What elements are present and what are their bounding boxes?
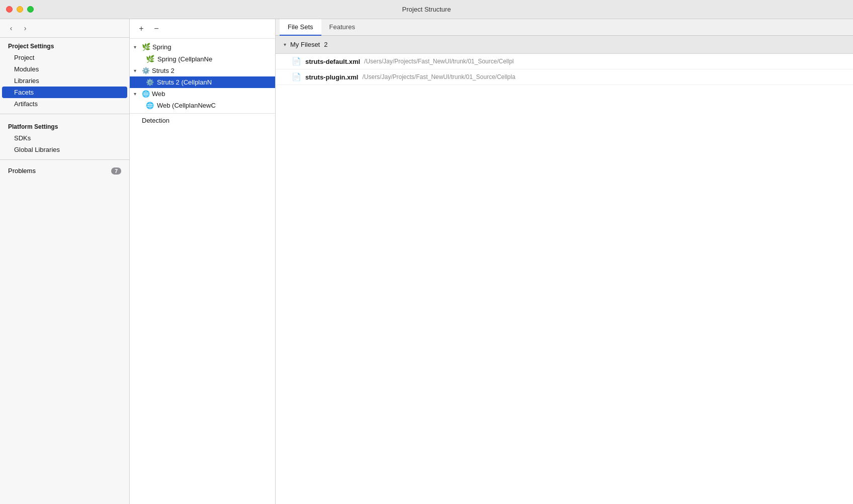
sidebar-item-artifacts[interactable]: Artifacts xyxy=(0,98,129,110)
tab-features[interactable]: Features xyxy=(321,19,363,36)
xml-icon-2: 📄 xyxy=(292,72,301,81)
detection-label: Detection xyxy=(142,117,169,124)
struts2-group-label: Struts 2 xyxy=(152,67,175,74)
web-group-label: Web xyxy=(152,90,165,98)
close-button[interactable] xyxy=(6,6,13,13)
web-child-icon: 🌐 xyxy=(146,102,154,109)
tree-group-struts2[interactable]: ▾ ⚙️ Struts 2 xyxy=(130,65,275,76)
chevron-down-icon-3: ▾ xyxy=(134,91,140,97)
file-entry-struts-plugin[interactable]: 📄 struts-plugin.xml /Users/Jay/Projects/… xyxy=(276,69,853,85)
tabs-bar: File Sets Features xyxy=(276,19,853,36)
spring-icon: 🌿 xyxy=(142,43,150,51)
sidebar-divider-2 xyxy=(0,159,129,160)
middle-panel: + − ▾ 🌿 Spring 🌿 Spring (CellplanNe ▾ ⚙️… xyxy=(130,19,276,504)
struts-child-icon: ⚙️ xyxy=(146,78,154,86)
file-path-2: /Users/Jay/Projects/Fast_NewUI/trunk/01_… xyxy=(362,73,515,80)
tree-item-spring-cellplan[interactable]: 🌿 Spring (CellplanNe xyxy=(130,53,275,65)
tree-group-web[interactable]: ▾ 🌐 Web xyxy=(130,88,275,100)
main-container: ‹ › Project Settings Project Modules Lib… xyxy=(0,19,853,504)
facet-tree: ▾ 🌿 Spring 🌿 Spring (CellplanNe ▾ ⚙️ Str… xyxy=(130,39,275,504)
project-settings-heading: Project Settings xyxy=(0,38,129,52)
sidebar-nav: ‹ › xyxy=(0,19,129,38)
right-panel: File Sets Features ▾ My Fileset 2 📄 stru… xyxy=(276,19,853,504)
sidebar-divider xyxy=(0,114,129,114)
maximize-button[interactable] xyxy=(27,6,34,13)
web-child-label: Web (CellplanNewC xyxy=(157,102,216,109)
fileset-header: ▾ My Fileset 2 xyxy=(276,36,853,54)
spring-child-icon: 🌿 xyxy=(146,55,154,63)
sidebar-item-facets[interactable]: Facets xyxy=(2,87,127,98)
web-group-icon: 🌐 xyxy=(142,90,150,98)
struts-group-icon: ⚙️ xyxy=(142,67,150,74)
titlebar: Project Structure xyxy=(0,0,853,19)
chevron-down-icon-2: ▾ xyxy=(134,68,140,73)
problems-label: Problems xyxy=(8,167,36,175)
forward-button[interactable]: › xyxy=(20,23,30,33)
file-name-1: struts-default.xml xyxy=(305,58,360,65)
tree-item-struts2-cellplan[interactable]: ⚙️ Struts 2 (CellplanN xyxy=(130,76,275,88)
content-area: ▾ My Fileset 2 📄 struts-default.xml /Use… xyxy=(276,36,853,504)
detection-row[interactable]: Detection xyxy=(130,113,275,127)
tree-group-spring[interactable]: ▾ 🌿 Spring xyxy=(130,41,275,53)
problems-item[interactable]: Problems 7 xyxy=(0,164,129,178)
traffic-lights xyxy=(6,6,34,13)
xml-icon-1: 📄 xyxy=(292,57,301,66)
sidebar-item-global-libraries[interactable]: Global Libraries xyxy=(0,144,129,155)
file-entry-struts-default[interactable]: 📄 struts-default.xml /Users/Jay/Projects… xyxy=(276,54,853,69)
fileset-name: My Fileset xyxy=(290,41,320,48)
tree-item-web-cellplan[interactable]: 🌐 Web (CellplanNewC xyxy=(130,100,275,111)
sidebar-item-libraries[interactable]: Libraries xyxy=(0,75,129,87)
file-path-1: /Users/Jay/Projects/Fast_NewUI/trunk/01_… xyxy=(364,58,514,65)
tab-file-sets[interactable]: File Sets xyxy=(280,19,321,36)
minimize-button[interactable] xyxy=(17,6,23,13)
file-name-2: struts-plugin.xml xyxy=(305,73,358,81)
problems-badge: 7 xyxy=(111,167,121,175)
sidebar: ‹ › Project Settings Project Modules Lib… xyxy=(0,19,130,504)
fileset-count: 2 xyxy=(324,41,327,48)
sidebar-item-modules[interactable]: Modules xyxy=(0,63,129,75)
back-button[interactable]: ‹ xyxy=(6,23,16,33)
spring-group-label: Spring xyxy=(152,43,172,51)
platform-settings-heading: Platform Settings xyxy=(0,118,129,132)
struts2-child-label: Struts 2 (CellplanN xyxy=(157,78,212,86)
window-title: Project Structure xyxy=(402,6,451,13)
sidebar-item-project[interactable]: Project xyxy=(0,52,129,63)
add-facet-button[interactable]: + xyxy=(136,23,147,34)
chevron-down-icon: ▾ xyxy=(134,44,140,50)
sidebar-item-sdks[interactable]: SDKs xyxy=(0,132,129,144)
fileset-chevron-icon: ▾ xyxy=(284,42,286,47)
middle-toolbar: + − xyxy=(130,19,275,39)
remove-facet-button[interactable]: − xyxy=(151,23,162,34)
spring-child-label: Spring (CellplanNe xyxy=(157,55,212,63)
